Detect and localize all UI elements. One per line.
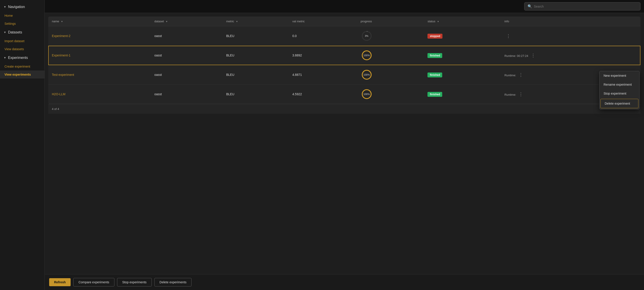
status-badge: stopped xyxy=(428,34,442,39)
col-header-status[interactable]: status ▼ xyxy=(424,16,501,26)
search-bar[interactable]: 🔍 xyxy=(524,2,640,10)
runtime-value: Runtime: xyxy=(504,74,516,77)
sidebar: ▼ Navigation Home Settings ▼ Datasets Im… xyxy=(0,0,45,290)
sidebar-item-settings[interactable]: Settings xyxy=(0,20,44,28)
table-row[interactable]: H2O-LLM oasst BLEU 4.5922 100% finished … xyxy=(48,85,640,104)
sidebar-item-home[interactable]: Home xyxy=(0,11,44,20)
metric-value: BLEU xyxy=(226,34,234,38)
sidebar-item-import-dataset[interactable]: Import dataset xyxy=(0,37,44,45)
sort-status-icon: ▼ xyxy=(437,20,439,23)
progress-label: 100% xyxy=(364,93,370,96)
context-menu: New experimentRename experimentStop expe… xyxy=(599,71,640,109)
val-metric-value: 4.8871 xyxy=(292,73,302,77)
status-badge: finished xyxy=(428,92,442,97)
experiment-name-link[interactable]: Experiment-1 xyxy=(52,54,70,57)
progress-label: 3% xyxy=(365,35,368,37)
progress-label: 100% xyxy=(364,73,370,76)
progress-circle: 3% xyxy=(361,30,373,42)
experiments-table-area: name ▼ dataset ▼ metric ▼ val metric xyxy=(45,13,644,274)
metric-value: BLEU xyxy=(226,73,234,77)
context-menu-item-rename-experiment[interactable]: Rename experiment xyxy=(600,80,639,89)
val-metric-value: 3.8892 xyxy=(292,54,302,57)
sidebar-item-create-experiment[interactable]: Create experiment xyxy=(0,62,44,70)
sidebar-section-nav-label: Navigation xyxy=(8,5,25,9)
chevron-experiments-icon: ▼ xyxy=(4,56,6,59)
experiment-name-link[interactable]: Test-experiment xyxy=(52,73,74,77)
col-header-progress: progress xyxy=(357,16,424,26)
table-header-row: name ▼ dataset ▼ metric ▼ val metric xyxy=(48,16,640,26)
col-header-val-metric: val metric xyxy=(289,16,357,26)
col-header-info: info xyxy=(501,16,640,26)
context-menu-item-new-experiment[interactable]: New experiment xyxy=(600,71,639,80)
experiment-name-link[interactable]: H2O-LLM xyxy=(52,92,66,96)
dataset-value: oasst xyxy=(154,54,162,57)
sidebar-section-experiments[interactable]: ▼ Experiments xyxy=(0,53,44,62)
col-header-dataset[interactable]: dataset ▼ xyxy=(151,16,222,26)
dataset-value: oasst xyxy=(154,34,162,38)
chevron-nav-icon: ▼ xyxy=(4,5,6,8)
context-menu-item-stop-experiment[interactable]: Stop experiment xyxy=(600,89,639,98)
progress-circle: 100% xyxy=(361,49,373,61)
col-header-name[interactable]: name ▼ xyxy=(48,16,151,26)
runtime-value: Runtime: 00:27:24 xyxy=(504,54,528,58)
chevron-datasets-icon: ▼ xyxy=(4,31,6,34)
progress-label: 100% xyxy=(364,54,370,57)
stop-experiments-button[interactable]: Stop experiments xyxy=(117,278,152,287)
val-metric-value: 0.0 xyxy=(292,34,296,38)
col-header-metric[interactable]: metric ▼ xyxy=(222,16,289,26)
progress-circle: 100% xyxy=(361,88,373,100)
table-row[interactable]: Experiment-1 oasst BLEU 3.8892 100% fini… xyxy=(48,46,640,65)
sort-dataset-icon: ▼ xyxy=(166,20,168,23)
row-menu-button[interactable]: ⋮ xyxy=(517,91,525,97)
experiment-name-link[interactable]: Experiment-2 xyxy=(52,34,70,38)
progress-circle: 100% xyxy=(361,69,373,81)
sidebar-section-datasets[interactable]: ▼ Datasets xyxy=(0,28,44,37)
table-row[interactable]: Experiment-2 oasst BLEU 0.0 3% stopped ⋮ xyxy=(48,26,640,46)
sort-name-icon: ▼ xyxy=(61,20,63,23)
experiments-table: name ▼ dataset ▼ metric ▼ val metric xyxy=(48,16,640,104)
dataset-value: oasst xyxy=(154,92,162,96)
table-pagination: 4 of 4 xyxy=(48,104,640,114)
status-badge: finished xyxy=(428,53,442,58)
delete-experiments-button[interactable]: Delete experiments xyxy=(154,278,192,287)
sidebar-section-datasets-label: Datasets xyxy=(8,30,22,34)
sidebar-item-view-datasets[interactable]: View datasets xyxy=(0,45,44,53)
metric-value: BLEU xyxy=(226,92,234,96)
val-metric-value: 4.5922 xyxy=(292,92,302,96)
status-badge: finished xyxy=(428,72,442,77)
refresh-button[interactable]: Refresh xyxy=(49,278,70,286)
pagination-label: 4 of 4 xyxy=(52,107,59,111)
header: 🔍 xyxy=(45,0,644,13)
sort-metric-icon: ▼ xyxy=(236,20,238,23)
sidebar-item-view-experiments[interactable]: View experiments xyxy=(0,70,44,79)
row-menu-button[interactable]: ⋮ xyxy=(517,72,525,78)
context-menu-item-delete-experiment[interactable]: Delete experiment xyxy=(600,99,638,108)
metric-value: BLEU xyxy=(226,54,234,57)
bottom-toolbar: Refresh Compare experiments Stop experim… xyxy=(45,274,644,290)
table-row[interactable]: Test-experiment oasst BLEU 4.8871 100% f… xyxy=(48,65,640,85)
row-menu-button[interactable]: ⋮ xyxy=(529,52,538,58)
row-menu-button[interactable]: ⋮ xyxy=(504,33,512,39)
sidebar-section-nav[interactable]: ▼ Navigation xyxy=(0,2,44,11)
dataset-value: oasst xyxy=(154,73,162,77)
search-input[interactable] xyxy=(534,5,637,8)
compare-button[interactable]: Compare experiments xyxy=(73,278,114,287)
runtime-value: Runtime: xyxy=(504,93,516,96)
main-content: 🔍 name ▼ dataset ▼ metric ▼ xyxy=(45,0,644,290)
sidebar-section-experiments-label: Experiments xyxy=(8,56,28,60)
search-icon: 🔍 xyxy=(528,4,532,8)
